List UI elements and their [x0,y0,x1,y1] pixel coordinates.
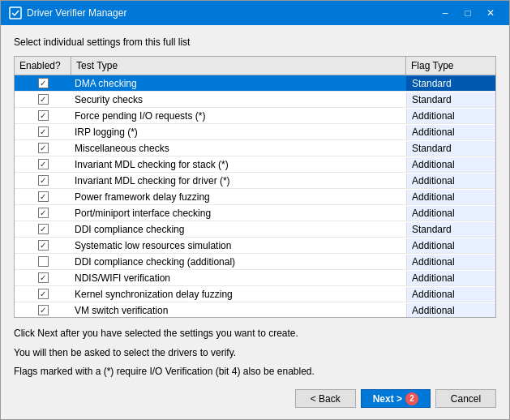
buttons-row: < Back Next > 2 Cancel [14,383,496,411]
table-row[interactable]: Force pending I/O requests (*)Additional [15,108,495,124]
cell-enabled [15,141,71,155]
table-row[interactable]: VM switch verificationAdditional [15,302,495,317]
cell-flag-type: Additional [406,303,495,318]
cell-flag-type: Standard [406,92,495,107]
row-checkbox[interactable] [38,224,49,234]
cell-test-type: Port/miniport interface checking [71,206,406,221]
svg-rect-0 [10,7,21,19]
cell-enabled [15,255,71,268]
maximize-button[interactable]: □ [457,5,478,21]
cell-enabled [15,76,71,90]
cell-enabled [15,190,71,204]
main-window: Driver Verifier Manager – □ ✕ Select ind… [0,0,510,420]
cell-test-type: Kernel synchronization delay fuzzing [71,287,406,302]
cell-test-type: Miscellaneous checks [71,141,406,156]
cell-test-type: Invariant MDL checking for stack (*) [71,157,406,172]
title-controls: – □ ✕ [435,5,501,21]
cell-test-type: DMA checking [71,76,406,91]
table-row[interactable]: NDIS/WIFI verificationAdditional [15,270,495,286]
col-header-enabled: Enabled? [15,57,71,75]
cell-enabled [15,109,71,122]
settings-table: Enabled? Test Type Flag Type DMA checkin… [14,56,496,318]
next-badge: 2 [405,392,418,405]
cell-flag-type: Additional [406,190,495,204]
row-checkbox[interactable] [38,272,49,283]
table-row[interactable]: DDI compliance checkingStandard [15,221,495,238]
cell-enabled [15,287,71,301]
table-row[interactable]: Invariant MDL checking for stack (*)Addi… [15,156,495,173]
row-checkbox[interactable] [38,175,49,186]
cell-enabled [15,157,71,171]
cell-test-type: IRP logging (*) [71,125,406,139]
table-row[interactable]: DDI compliance checking (additional)Addi… [15,254,495,270]
cell-test-type: Invariant MDL checking for driver (*) [71,174,406,188]
cell-flag-type: Additional [406,109,495,123]
row-checkbox[interactable] [38,159,49,169]
back-button[interactable]: < Back [295,389,356,408]
cell-flag-type: Additional [406,271,495,285]
cell-flag-type: Additional [406,174,495,188]
cell-enabled [15,125,71,139]
table-row[interactable]: DMA checkingStandard [15,75,495,92]
table-row[interactable]: Power framework delay fuzzingAdditional [15,189,495,205]
table-row[interactable]: Invariant MDL checking for driver (*)Add… [15,173,495,189]
row-checkbox[interactable] [38,143,49,153]
next-label: Next > [373,393,402,405]
cell-flag-type: Standard [406,222,495,237]
window-icon [9,6,22,19]
table-body[interactable]: DMA checkingStandardSecurity checksStand… [15,75,495,317]
window-title: Driver Verifier Manager [27,7,126,19]
cell-flag-type: Standard [406,141,495,156]
cell-flag-type: Additional [406,238,495,253]
close-button[interactable]: ✕ [480,5,501,21]
cell-test-type: NDIS/WIFI verification [71,271,406,285]
cell-enabled [15,238,71,252]
row-checkbox[interactable] [38,305,49,315]
row-checkbox[interactable] [38,94,49,105]
next-button[interactable]: Next > 2 [361,389,431,408]
row-checkbox[interactable] [38,256,49,267]
cell-flag-type: Standard [406,76,495,91]
row-checkbox[interactable] [38,191,49,202]
col-header-flag: Flag Type [406,57,495,75]
footer-line: You will then be asked to select the dri… [14,345,496,361]
table-row[interactable]: Security checksStandard [15,92,495,108]
cell-enabled [15,222,71,236]
table-row[interactable]: Systematic low resources simulationAddit… [15,238,495,254]
cell-enabled [15,303,71,317]
cell-enabled [15,271,71,285]
row-checkbox[interactable] [38,126,49,137]
cell-flag-type: Additional [406,287,495,302]
instruction-text: Select individual settings from this ful… [14,36,496,48]
cell-flag-type: Additional [406,125,495,139]
row-checkbox[interactable] [38,208,49,218]
cell-test-type: VM switch verification [71,303,406,318]
cell-test-type: Force pending I/O requests (*) [71,109,406,123]
row-checkbox[interactable] [38,289,49,299]
row-checkbox[interactable] [38,240,49,251]
cell-enabled [15,174,71,187]
footer-text: Click Next after you have selected the s… [14,326,496,383]
cell-test-type: Power framework delay fuzzing [71,190,406,204]
cell-enabled [15,92,71,106]
cancel-button[interactable]: Cancel [435,389,496,408]
cell-flag-type: Additional [406,157,495,172]
table-row[interactable]: Kernel synchronization delay fuzzingAddi… [15,286,495,302]
title-bar: Driver Verifier Manager – □ ✕ [1,1,509,25]
table-row[interactable]: IRP logging (*)Additional [15,124,495,140]
cell-flag-type: Additional [406,206,495,221]
content-area: Select individual settings from this ful… [1,25,509,419]
row-checkbox[interactable] [38,78,49,88]
table-header: Enabled? Test Type Flag Type [15,57,495,75]
cell-test-type: Security checks [71,92,406,107]
col-header-test: Test Type [71,57,406,75]
cell-flag-type: Additional [406,255,495,269]
minimize-button[interactable]: – [435,5,456,21]
cell-test-type: Systematic low resources simulation [71,238,406,253]
row-checkbox[interactable] [38,110,49,121]
table-row[interactable]: Miscellaneous checksStandard [15,140,495,156]
table-row[interactable]: Port/miniport interface checkingAddition… [15,205,495,221]
footer-line: Click Next after you have selected the s… [14,326,496,341]
cell-enabled [15,206,71,220]
cell-test-type: DDI compliance checking [71,222,406,237]
